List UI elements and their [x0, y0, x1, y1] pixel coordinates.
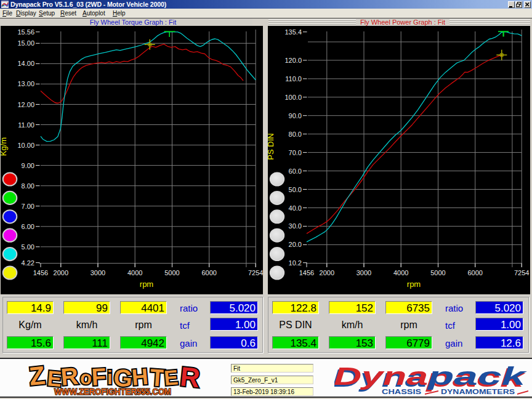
svg-text:3000: 3000 — [91, 269, 105, 276]
svg-text:2000: 2000 — [320, 269, 334, 276]
svg-text:4000: 4000 — [127, 269, 142, 276]
svg-text:DYNAMOMETERS: DYNAMOMETERS — [441, 389, 515, 395]
svg-text:110.0: 110.0 — [285, 75, 302, 83]
svg-text:15.56: 15.56 — [17, 28, 34, 36]
svg-text:15.00: 15.00 — [17, 39, 34, 47]
svg-text:PS DIN: PS DIN — [268, 133, 275, 159]
svg-text:5.00: 5.00 — [22, 243, 34, 251]
svg-text:20.0: 20.0 — [289, 241, 302, 248]
svg-text:9.00: 9.00 — [22, 162, 34, 169]
svg-text:60.0: 60.0 — [289, 167, 302, 175]
svg-text:WWW.ZEROFIGHTER555.COM: WWW.ZEROFIGHTER555.COM — [54, 386, 171, 397]
svg-text:40.0: 40.0 — [289, 204, 302, 212]
svg-text:6000: 6000 — [467, 269, 482, 276]
svg-text:5000: 5000 — [430, 269, 445, 276]
svg-text:8.00: 8.00 — [22, 182, 34, 190]
svg-text:4000: 4000 — [393, 269, 408, 276]
svg-text:1456: 1456 — [299, 269, 314, 276]
svg-text:2000: 2000 — [54, 269, 68, 276]
svg-text:CHASSIS: CHASSIS — [382, 389, 421, 395]
svg-text:90.0: 90.0 — [289, 112, 302, 119]
svg-text:30.0: 30.0 — [289, 222, 302, 230]
svg-text:120.0: 120.0 — [284, 57, 302, 64]
svg-text:11.00: 11.00 — [18, 121, 34, 129]
svg-text:5000: 5000 — [164, 269, 179, 276]
svg-text:10.2: 10.2 — [289, 259, 302, 267]
svg-text:80.0: 80.0 — [289, 131, 302, 138]
svg-text:4.22: 4.22 — [22, 259, 34, 267]
svg-text:pack: pack — [427, 365, 527, 390]
svg-text:rpm: rpm — [407, 280, 421, 289]
svg-text:70.0: 70.0 — [289, 149, 302, 156]
svg-text:12.00: 12.00 — [17, 101, 34, 108]
svg-text:7254: 7254 — [514, 269, 529, 276]
svg-text:1456: 1456 — [33, 269, 48, 276]
svg-text:Dyna: Dyna — [334, 365, 428, 390]
svg-text:Kg/m: Kg/m — [1, 137, 8, 156]
svg-text:14.00: 14.00 — [17, 60, 34, 67]
svg-text:7254: 7254 — [248, 269, 263, 276]
svg-text:rpm: rpm — [140, 280, 153, 289]
svg-text:6000: 6000 — [201, 269, 216, 276]
svg-text:13.00: 13.00 — [17, 80, 34, 87]
svg-text:135.4: 135.4 — [284, 28, 302, 36]
svg-text:6.00: 6.00 — [22, 223, 34, 230]
svg-text:7.00: 7.00 — [22, 203, 34, 210]
svg-text:10.00: 10.00 — [17, 142, 34, 149]
svg-text:3000: 3000 — [357, 269, 371, 276]
svg-text:50.0: 50.0 — [289, 186, 302, 193]
svg-text:100.0: 100.0 — [284, 94, 302, 101]
